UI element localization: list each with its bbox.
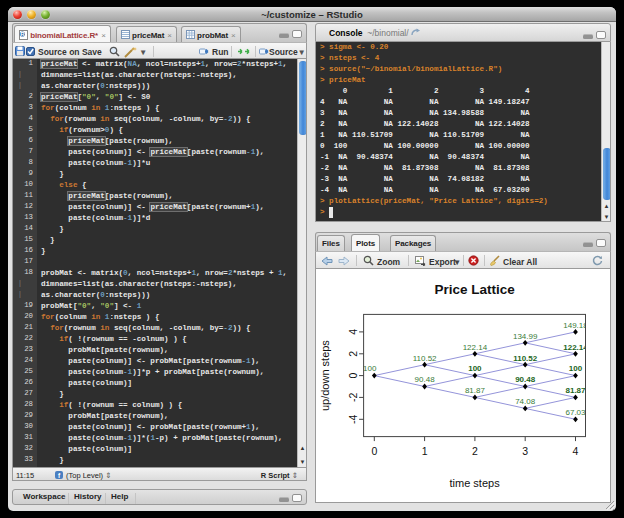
svg-text:90.48: 90.48 xyxy=(515,375,536,384)
svg-text:67.03: 67.03 xyxy=(565,408,586,417)
svg-text:-4: -4 xyxy=(347,414,359,423)
svg-text:2: 2 xyxy=(347,351,359,357)
svg-text:3: 3 xyxy=(522,445,528,457)
svg-text:Price Lattice: Price Lattice xyxy=(434,282,515,297)
svg-text:2: 2 xyxy=(472,445,478,457)
svg-text:100: 100 xyxy=(468,364,482,373)
svg-text:100: 100 xyxy=(569,364,583,373)
svg-text:100: 100 xyxy=(363,364,377,373)
svg-text:time steps: time steps xyxy=(450,477,501,489)
svg-text:90.48: 90.48 xyxy=(415,375,436,384)
svg-text:110.52: 110.52 xyxy=(513,354,538,363)
svg-text:110.52: 110.52 xyxy=(413,354,437,363)
svg-text:134.99: 134.99 xyxy=(513,332,538,341)
svg-text:122.14: 122.14 xyxy=(563,343,588,352)
svg-text:1: 1 xyxy=(422,445,428,457)
svg-text:81.87: 81.87 xyxy=(465,386,486,395)
svg-text:-2: -2 xyxy=(347,393,359,402)
svg-text:4: 4 xyxy=(347,329,359,335)
svg-text:81.87: 81.87 xyxy=(565,386,586,395)
svg-text:0: 0 xyxy=(371,445,377,457)
svg-text:0: 0 xyxy=(347,373,359,379)
svg-text:122.14: 122.14 xyxy=(463,343,488,352)
svg-text:149.18: 149.18 xyxy=(563,321,588,330)
svg-text:74.08: 74.08 xyxy=(515,397,536,406)
svg-text:4: 4 xyxy=(573,445,579,457)
svg-text:up/down steps: up/down steps xyxy=(319,340,331,411)
